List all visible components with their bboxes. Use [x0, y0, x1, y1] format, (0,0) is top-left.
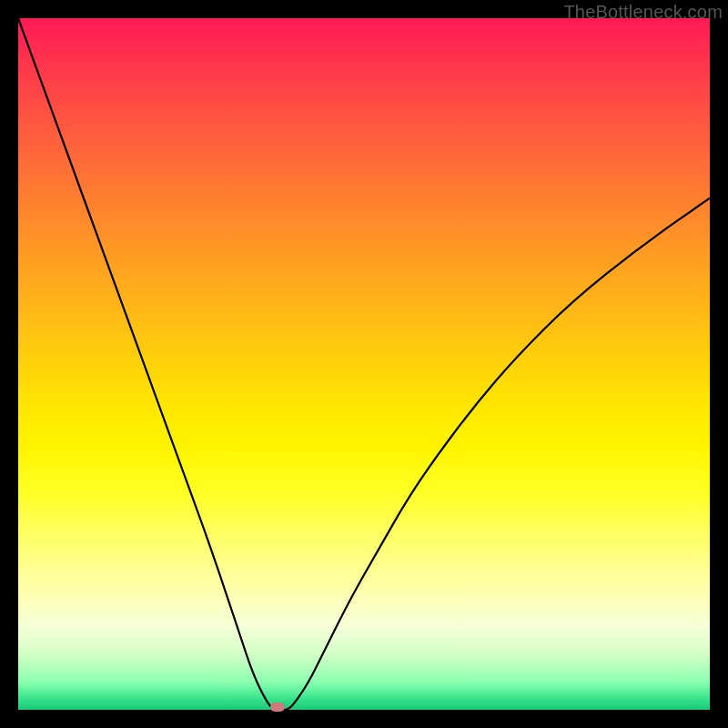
chart-frame: TheBottleneck.com: [0, 0, 728, 728]
plot-area: [18, 18, 710, 710]
watermark-text: TheBottleneck.com: [563, 2, 723, 23]
bottleneck-curve: [18, 18, 710, 710]
optimal-point-marker: [270, 703, 285, 712]
curve-path: [18, 18, 710, 710]
